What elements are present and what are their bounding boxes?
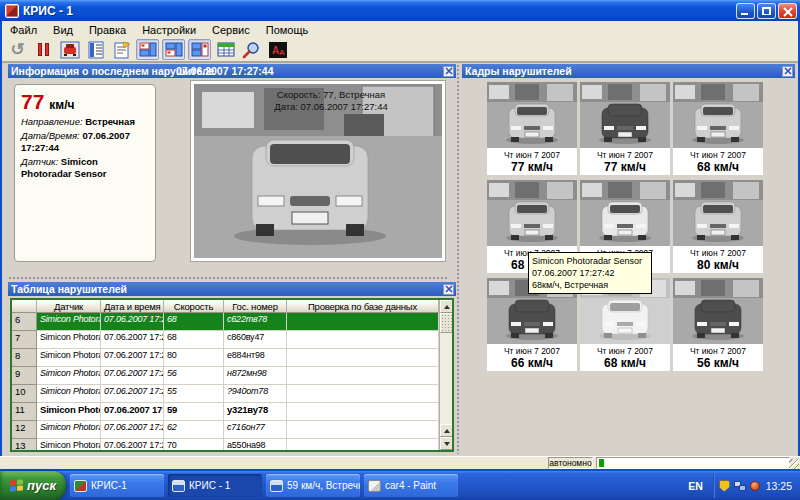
table-row[interactable]: 11 Simicon Photorad 07.06.2007 17:24 59 … <box>12 403 439 421</box>
db-check-cell[interactable] <box>287 367 439 385</box>
column-header[interactable]: Проверка по базе данных <box>287 300 439 313</box>
taskbar-window-button[interactable]: car4 - Paint <box>364 474 458 497</box>
layout-center-panel-button[interactable] <box>162 39 185 60</box>
row-number-cell[interactable]: 6 <box>12 313 37 331</box>
menu-item[interactable]: Вид <box>45 23 81 37</box>
violation-thumbnail[interactable]: Чт июн 7 2007 80 км/ч <box>673 180 763 273</box>
speed-cell[interactable]: 80 <box>164 349 224 367</box>
speed-cell[interactable]: 62 <box>164 421 224 439</box>
row-number-cell[interactable]: 11 <box>12 403 37 421</box>
search-button[interactable] <box>240 39 263 60</box>
sensor-cell[interactable]: Simicon Photorad... <box>37 439 101 452</box>
row-number-cell[interactable]: 8 <box>12 349 37 367</box>
plate-cell[interactable]: а550на98 <box>224 439 287 452</box>
table-panel-header[interactable]: Таблица нарушителей <box>8 282 456 296</box>
list-view-button[interactable] <box>84 39 107 60</box>
update-icon[interactable] <box>750 481 760 491</box>
column-header[interactable]: Дата и время <box>101 300 164 313</box>
sensor-cell[interactable]: Simicon Photorad... <box>37 349 101 367</box>
frames-panel-close-button[interactable] <box>782 66 793 77</box>
row-number-cell[interactable]: 12 <box>12 421 37 439</box>
info-panel-header[interactable]: Информация о последнем нарушителе 07.06.… <box>8 64 456 78</box>
menu-item[interactable]: Правка <box>81 23 134 37</box>
plate-cell[interactable]: c622тв78 <box>224 313 287 331</box>
font-settings-button[interactable]: A A <box>266 39 289 60</box>
car-mode-button[interactable] <box>58 39 81 60</box>
datetime-cell[interactable]: 07.06.2007 17:25:... <box>101 331 164 349</box>
frames-panel-header[interactable]: Кадры нарушителей <box>462 64 795 78</box>
datetime-cell[interactable]: 07.06.2007 17:25:... <box>101 367 164 385</box>
datetime-cell[interactable]: 07.06.2007 17:24:... <box>101 385 164 403</box>
clock[interactable]: 13:25 <box>760 480 800 492</box>
datetime-cell[interactable]: 07.06.2007 17:25:... <box>101 349 164 367</box>
start-button[interactable]: пуск <box>0 471 66 500</box>
db-check-cell[interactable] <box>287 403 439 421</box>
column-header[interactable]: Гос. номер <box>224 300 287 313</box>
column-header[interactable] <box>12 300 37 313</box>
db-check-cell[interactable] <box>287 349 439 367</box>
db-check-cell[interactable] <box>287 331 439 349</box>
row-number-cell[interactable]: 13 <box>12 439 37 452</box>
scrollbar-thumb[interactable] <box>440 313 453 333</box>
sensor-cell[interactable]: Simicon Photorad <box>37 403 101 421</box>
sensor-cell[interactable]: Simicon Photorad... <box>37 367 101 385</box>
row-number-cell[interactable]: 10 <box>12 385 37 403</box>
resize-grip[interactable] <box>789 459 799 469</box>
datetime-cell[interactable]: 07.06.2007 17:24:... <box>101 439 164 452</box>
plate-cell[interactable]: e884нт98 <box>224 349 287 367</box>
panel-splitter-horizontal[interactable] <box>8 276 448 281</box>
table-row[interactable]: 10 Simicon Photorad... 07.06.2007 17:24:… <box>12 385 439 403</box>
column-header[interactable]: Датчик <box>37 300 101 313</box>
taskbar-window-button[interactable]: КРИС-1 <box>70 474 164 497</box>
panel-splitter-vertical[interactable] <box>456 64 461 454</box>
violation-thumbnail[interactable]: Чт июн 7 2007 77 км/ч <box>580 82 670 175</box>
pause-button[interactable] <box>32 39 55 60</box>
close-button[interactable] <box>778 3 797 19</box>
speed-cell[interactable]: 68 <box>164 331 224 349</box>
layout-left-panel-button[interactable] <box>136 39 159 60</box>
datetime-cell[interactable]: 07.06.2007 17:24:... <box>101 421 164 439</box>
shield-icon[interactable] <box>719 480 730 492</box>
violation-photo[interactable]: Скорость: 77, Встречная Дата: 07.06.2007… <box>190 80 446 262</box>
table-row[interactable]: 13 Simicon Photorad... 07.06.2007 17:24:… <box>12 439 439 452</box>
violation-thumbnail[interactable]: Чт июн 7 2007 56 км/ч <box>673 278 763 371</box>
language-indicator[interactable]: EN <box>682 480 709 492</box>
column-header[interactable]: Скорость <box>164 300 224 313</box>
violation-thumbnail[interactable]: Чт июн 7 2007 77 км/ч <box>487 82 577 175</box>
row-number-cell[interactable]: 7 <box>12 331 37 349</box>
layout-right-panel-button[interactable] <box>188 39 211 60</box>
scroll-down-button[interactable] <box>440 437 453 450</box>
table-row[interactable]: 6 Simicon Photorad... 07.06.2007 17:26:.… <box>12 313 439 331</box>
sensor-cell[interactable]: Simicon Photorad... <box>37 331 101 349</box>
speed-cell[interactable]: 59 <box>164 403 224 421</box>
row-number-cell[interactable]: 9 <box>12 367 37 385</box>
title-bar[interactable]: КРИС - 1 <box>0 0 800 21</box>
plate-cell[interactable]: c716он77 <box>224 421 287 439</box>
speed-cell[interactable]: 70 <box>164 439 224 452</box>
table-row[interactable]: 8 Simicon Photorad... 07.06.2007 17:25:.… <box>12 349 439 367</box>
table-row[interactable]: 12 Simicon Photorad... 07.06.2007 17:24:… <box>12 421 439 439</box>
speed-cell[interactable]: 68 <box>164 313 224 331</box>
sensor-cell[interactable]: Simicon Photorad... <box>37 421 101 439</box>
report-button[interactable] <box>110 39 133 60</box>
db-check-cell[interactable] <box>287 439 439 452</box>
table-row[interactable]: 7 Simicon Photorad... 07.06.2007 17:25:.… <box>12 331 439 349</box>
datetime-cell[interactable]: 07.06.2007 17:26:... <box>101 313 164 331</box>
maximize-button[interactable] <box>757 3 776 19</box>
speed-cell[interactable]: 56 <box>164 367 224 385</box>
menu-item[interactable]: Сервис <box>204 23 258 37</box>
db-check-cell[interactable] <box>287 313 439 331</box>
menu-item[interactable]: Помощь <box>258 23 317 37</box>
sensor-cell[interactable]: Simicon Photorad... <box>37 385 101 403</box>
db-check-cell[interactable] <box>287 421 439 439</box>
scroll-up-button-bottom[interactable] <box>440 424 453 437</box>
plate-cell[interactable]: н872мн98 <box>224 367 287 385</box>
taskbar-window-button[interactable]: 59 км/ч, Встречная ... <box>266 474 360 497</box>
plate-cell[interactable]: у321ву78 <box>224 403 287 421</box>
db-check-cell[interactable] <box>287 385 439 403</box>
scroll-up-button[interactable] <box>440 300 453 313</box>
minimize-button[interactable] <box>736 3 755 19</box>
sensor-cell[interactable]: Simicon Photorad... <box>37 313 101 331</box>
table-view-button[interactable] <box>214 39 237 60</box>
table-panel-close-button[interactable] <box>443 284 454 295</box>
